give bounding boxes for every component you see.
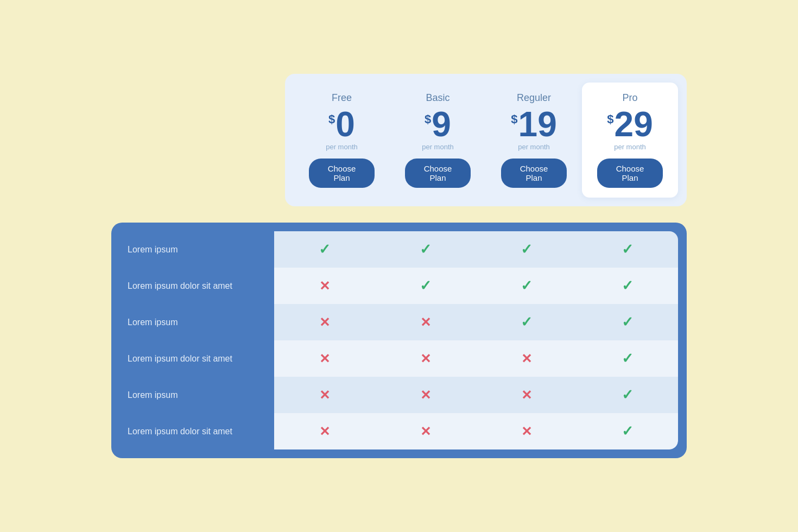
check-icon: ✓ xyxy=(521,241,533,258)
choose-plan-button-basic[interactable]: Choose Plan xyxy=(405,159,471,188)
cross-icon: ✕ xyxy=(521,388,532,403)
feature-value-3-3: ✓ xyxy=(577,340,678,377)
plan-price-row-basic: $ 9 xyxy=(405,107,471,142)
cross-icon: ✕ xyxy=(319,278,330,294)
feature-value-1-1: ✓ xyxy=(375,268,476,304)
feature-row-5: Lorem ipsum dolor sit amet✕✕✕✓ xyxy=(111,413,678,449)
plan-period-reguler: per month xyxy=(501,143,567,151)
feature-value-1-3: ✓ xyxy=(577,268,678,304)
feature-value-3-0: ✕ xyxy=(274,340,375,377)
feature-label-3: Lorem ipsum dolor sit amet xyxy=(111,342,274,376)
cross-icon: ✕ xyxy=(420,424,431,439)
plan-price-row-pro: $ 29 xyxy=(597,107,663,142)
choose-plan-button-pro[interactable]: Choose Plan xyxy=(597,159,663,188)
check-icon: ✓ xyxy=(521,314,533,331)
feature-value-2-0: ✕ xyxy=(274,304,375,340)
feature-label-4: Lorem ipsum xyxy=(111,378,274,412)
plan-amount-basic: 9 xyxy=(432,107,451,142)
feature-value-5-1: ✕ xyxy=(375,413,476,449)
check-icon: ✓ xyxy=(622,277,634,294)
plan-period-basic: per month xyxy=(405,143,471,151)
feature-label-2: Lorem ipsum xyxy=(111,306,274,339)
check-icon: ✓ xyxy=(319,241,331,258)
pricing-section: Free $ 0 per month Choose Plan Basic $ 9… xyxy=(111,74,687,206)
cross-icon: ✕ xyxy=(319,424,330,439)
feature-value-2-2: ✓ xyxy=(476,304,577,340)
plan-name-pro: Pro xyxy=(597,92,663,104)
plan-dollar-free: $ xyxy=(328,112,335,126)
feature-values-2: ✕✕✓✓ xyxy=(274,304,678,340)
feature-value-5-0: ✕ xyxy=(274,413,375,449)
feature-label-0: Lorem ipsum xyxy=(111,233,274,267)
feature-value-2-1: ✕ xyxy=(375,304,476,340)
check-icon: ✓ xyxy=(622,350,634,367)
feature-value-1-0: ✕ xyxy=(274,268,375,304)
check-icon: ✓ xyxy=(521,277,533,294)
plan-price-row-reguler: $ 19 xyxy=(501,107,567,142)
feature-value-5-3: ✓ xyxy=(577,413,678,449)
cross-icon: ✕ xyxy=(319,315,330,330)
check-icon: ✓ xyxy=(622,241,634,258)
check-icon: ✓ xyxy=(622,314,634,331)
cross-icon: ✕ xyxy=(521,351,532,366)
choose-plan-button-reguler[interactable]: Choose Plan xyxy=(501,159,567,188)
plan-card-free: Free $ 0 per month Choose Plan xyxy=(294,83,390,198)
check-icon: ✓ xyxy=(420,241,432,258)
feature-value-5-2: ✕ xyxy=(476,413,577,449)
plan-amount-pro: 29 xyxy=(615,107,653,142)
plan-price-row-free: $ 0 xyxy=(309,107,375,142)
feature-value-0-2: ✓ xyxy=(476,231,577,268)
page-wrapper: Free $ 0 per month Choose Plan Basic $ 9… xyxy=(100,52,698,480)
plan-amount-reguler: 19 xyxy=(518,107,557,142)
features-title xyxy=(122,195,285,206)
feature-value-3-1: ✕ xyxy=(375,340,476,377)
feature-values-3: ✕✕✕✓ xyxy=(274,340,678,377)
plan-card-reguler: Reguler $ 19 per month Choose Plan xyxy=(486,83,582,198)
plan-period-pro: per month xyxy=(597,143,663,151)
plans-row: Free $ 0 per month Choose Plan Basic $ 9… xyxy=(285,74,687,206)
feature-values-4: ✕✕✕✓ xyxy=(274,377,678,413)
feature-values-5: ✕✕✕✓ xyxy=(274,413,678,449)
cross-icon: ✕ xyxy=(319,388,330,403)
plan-dollar-reguler: $ xyxy=(511,112,517,126)
cross-icon: ✕ xyxy=(420,388,431,403)
feature-row-3: Lorem ipsum dolor sit amet✕✕✕✓ xyxy=(111,340,678,377)
check-icon: ✓ xyxy=(622,423,634,440)
cross-icon: ✕ xyxy=(420,315,431,330)
feature-value-0-1: ✓ xyxy=(375,231,476,268)
feature-row-4: Lorem ipsum✕✕✕✓ xyxy=(111,377,678,413)
feature-value-2-3: ✓ xyxy=(577,304,678,340)
feature-value-4-0: ✕ xyxy=(274,377,375,413)
feature-value-1-2: ✓ xyxy=(476,268,577,304)
plan-amount-free: 0 xyxy=(335,107,355,142)
feature-value-4-3: ✓ xyxy=(577,377,678,413)
check-icon: ✓ xyxy=(622,387,634,403)
check-icon: ✓ xyxy=(420,277,432,294)
feature-value-0-0: ✓ xyxy=(274,231,375,268)
feature-value-4-1: ✕ xyxy=(375,377,476,413)
plan-name-reguler: Reguler xyxy=(501,92,567,104)
cross-icon: ✕ xyxy=(521,424,532,439)
features-table-inner: Lorem ipsum✓✓✓✓Lorem ipsum dolor sit ame… xyxy=(111,231,678,449)
feature-label-1: Lorem ipsum dolor sit amet xyxy=(111,269,274,303)
plan-dollar-basic: $ xyxy=(425,112,431,126)
plan-name-free: Free xyxy=(309,92,375,104)
feature-value-3-2: ✕ xyxy=(476,340,577,377)
feature-row-1: Lorem ipsum dolor sit amet✕✓✓✓ xyxy=(111,268,678,304)
feature-value-0-3: ✓ xyxy=(577,231,678,268)
feature-values-1: ✕✓✓✓ xyxy=(274,268,678,304)
plan-card-basic: Basic $ 9 per month Choose Plan xyxy=(390,83,486,198)
plan-card-pro: Pro $ 29 per month Choose Plan xyxy=(582,83,678,198)
plan-dollar-pro: $ xyxy=(607,112,613,126)
feature-values-0: ✓✓✓✓ xyxy=(274,231,678,268)
feature-label-5: Lorem ipsum dolor sit amet xyxy=(111,415,274,448)
features-table-section: Lorem ipsum✓✓✓✓Lorem ipsum dolor sit ame… xyxy=(111,223,687,458)
feature-value-4-2: ✕ xyxy=(476,377,577,413)
choose-plan-button-free[interactable]: Choose Plan xyxy=(309,159,375,188)
plan-name-basic: Basic xyxy=(405,92,471,104)
cross-icon: ✕ xyxy=(319,351,330,366)
cross-icon: ✕ xyxy=(420,351,431,366)
feature-row-2: Lorem ipsum✕✕✓✓ xyxy=(111,304,678,340)
feature-row-0: Lorem ipsum✓✓✓✓ xyxy=(111,231,678,268)
plan-period-free: per month xyxy=(309,143,375,151)
